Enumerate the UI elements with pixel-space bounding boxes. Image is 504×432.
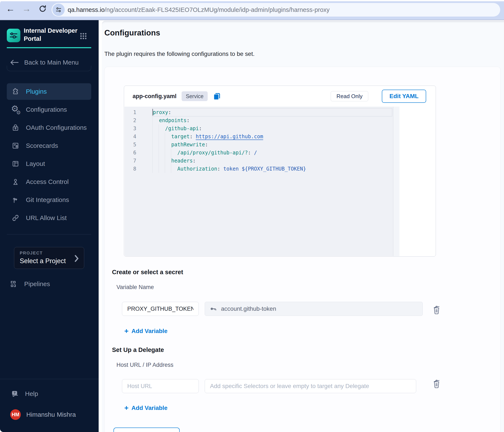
- browser-toolbar: ← → qa.harness.io/ng/account/zEaak-FLS42…: [0, 0, 504, 20]
- yaml-card: app-config.yaml Service Read Only Edit Y…: [124, 85, 436, 257]
- pipelines-label: Pipelines: [24, 280, 50, 288]
- browser-forward-button[interactable]: →: [20, 2, 33, 15]
- scrollbar-divider: [393, 107, 393, 256]
- gears-icon: ⚙⚙: [11, 105, 20, 114]
- content-panel: Configurations The plugin requires the f…: [102, 21, 504, 432]
- code-line: pathRewrite:: [153, 141, 306, 149]
- secret-section-heading: Create or select a secret: [112, 269, 183, 276]
- module-grid-button[interactable]: [79, 32, 87, 41]
- arrow-left-icon: [10, 59, 19, 66]
- add-variable-button-delegate[interactable]: + Add Variable: [124, 404, 167, 412]
- sidebar-item-scorecards[interactable]: Scorecards: [7, 137, 91, 154]
- variable-name-input[interactable]: [122, 302, 199, 316]
- save-configurations-button[interactable]: [114, 428, 180, 432]
- chevron-right-icon: [74, 255, 79, 262]
- help-label: Help: [25, 390, 38, 397]
- layout-icon: [11, 160, 20, 168]
- sidebar-item-label: Plugins: [26, 88, 47, 95]
- sidebar-item-pipelines[interactable]: Pipelines: [10, 280, 50, 288]
- url-text: qa.harness.io/ng/account/zEaak-FLS425IEO…: [68, 6, 330, 13]
- sidebar-divider: [7, 234, 91, 235]
- sidebar-footer-divider: [0, 379, 99, 379]
- tab-strip: [0, 0, 504, 1]
- sidebar-menu: Plugins⚙⚙ConfigurationsOAuth Configurati…: [7, 83, 91, 228]
- person-icon: [11, 178, 20, 186]
- site-info-button[interactable]: [52, 4, 65, 16]
- editor-scrollbar[interactable]: [394, 107, 399, 256]
- reload-icon: [38, 4, 47, 13]
- project-selector[interactable]: PROJECT Select a Project: [14, 247, 84, 269]
- user-name: Himanshu Mishra: [26, 411, 76, 418]
- sidebar-item-layout[interactable]: Layout: [7, 155, 91, 172]
- avatar: HM: [10, 409, 21, 420]
- delegate-selectors-input[interactable]: [205, 379, 416, 393]
- sidebar-item-configurations[interactable]: ⚙⚙Configurations: [7, 101, 91, 118]
- sidebar-item-label: URL Allow List: [26, 214, 67, 222]
- edit-yaml-button[interactable]: Edit YAML: [382, 90, 426, 103]
- configurations-card: app-config.yaml Service Read Only Edit Y…: [104, 67, 501, 432]
- copy-button[interactable]: [213, 92, 221, 101]
- line-numbers: 12345678: [125, 108, 136, 173]
- line-number: 2: [125, 116, 136, 124]
- code-line: target: https://api.github.com: [153, 132, 306, 141]
- indent-guide: [153, 116, 153, 173]
- host-url-input[interactable]: [122, 379, 199, 393]
- sidebar-item-label: OAuth Configurations: [26, 124, 87, 131]
- git-branch-icon: [11, 196, 20, 204]
- app-title: Internal Developer Portal: [24, 27, 77, 43]
- add-variable-label: Add Variable: [132, 328, 168, 335]
- sidebar-item-label: Git Integrations: [26, 196, 69, 204]
- yaml-editor[interactable]: 12345678 proxy: endpoints: /github-api: …: [125, 107, 399, 256]
- user-profile[interactable]: HM Himanshu Mishra: [10, 409, 76, 420]
- line-number: 4: [125, 132, 136, 141]
- sidebar-item-oauth-configurations[interactable]: OAuth Configurations: [7, 119, 91, 136]
- page-title: Configurations: [104, 28, 160, 38]
- sidebar-item-access-control[interactable]: Access Control: [7, 174, 91, 190]
- pipelines-icon: [10, 280, 18, 288]
- sidebar: Internal Developer Portal Back to Main M…: [0, 20, 99, 432]
- main-area: Configurations The plugin requires the f…: [99, 20, 504, 432]
- tune-icon: [55, 6, 62, 13]
- sidebar-item-plugins[interactable]: Plugins: [7, 83, 91, 100]
- puzzle-icon: [11, 87, 20, 96]
- help-button[interactable]: ? Help: [11, 389, 38, 398]
- add-variable-button-secret[interactable]: + Add Variable: [124, 327, 167, 335]
- code-line: Authorization: token ${PROXY_GITHUB_TOKE…: [153, 165, 306, 173]
- sidebar-item-url-allow-list[interactable]: URL Allow List: [7, 210, 91, 226]
- browser-back-button[interactable]: ←: [4, 2, 17, 15]
- sidebar-item-label: Configurations: [26, 106, 67, 113]
- brand-accent-rule: [7, 47, 91, 48]
- secret-select-field[interactable]: account.github-token: [205, 302, 423, 316]
- link-icon: [11, 214, 20, 222]
- line-number: 6: [125, 149, 136, 157]
- back-to-main-menu[interactable]: Back to Main Menu: [10, 59, 79, 66]
- host-url-label: Host URL / IP Address: [117, 362, 173, 368]
- code-line: endpoints:: [153, 116, 306, 124]
- address-bar[interactable]: qa.harness.io/ng/account/zEaak-FLS425IEO…: [52, 3, 500, 17]
- sidebar-section-divider: [7, 66, 91, 71]
- sidebar-item-label: Layout: [26, 160, 45, 167]
- line-number: 3: [125, 124, 136, 132]
- line-number: 5: [125, 141, 136, 149]
- delegate-section-heading: Set Up a Delegate: [112, 347, 164, 353]
- key-icon: [210, 305, 217, 313]
- svg-text:?: ?: [14, 391, 16, 394]
- code-line: headers:: [153, 157, 306, 165]
- delete-delegate-row-button[interactable]: [432, 379, 441, 388]
- line-number: 8: [125, 165, 136, 173]
- lock-icon: [11, 123, 20, 132]
- sidebar-item-git-integrations[interactable]: Git Integrations: [7, 192, 91, 208]
- plus-icon: +: [124, 404, 128, 412]
- delete-secret-row-button[interactable]: [432, 305, 441, 315]
- service-badge: Service: [181, 91, 208, 101]
- code-line: /api/proxy/github-api/?: /: [153, 149, 306, 157]
- yaml-target-link[interactable]: https://api.github.com: [196, 134, 263, 140]
- read-only-button[interactable]: Read Only: [331, 91, 368, 101]
- back-label: Back to Main Menu: [24, 59, 79, 66]
- idp-logo[interactable]: [7, 29, 20, 42]
- browser-reload-button[interactable]: [36, 2, 49, 15]
- code-line: /github-api:: [153, 124, 306, 132]
- yaml-filename: app-config.yaml: [133, 93, 177, 100]
- copy-icon: [213, 92, 221, 101]
- help-chat-icon: ?: [11, 389, 19, 398]
